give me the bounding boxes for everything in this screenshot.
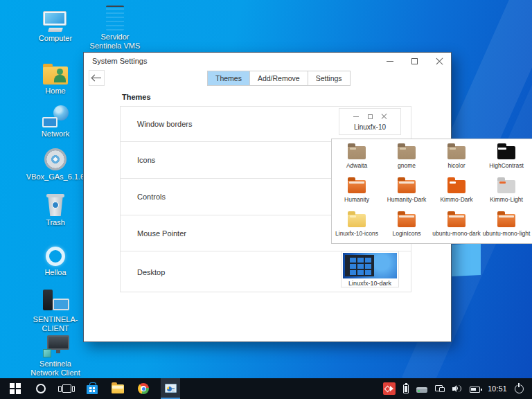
icon-theme-label: hicolor: [432, 162, 481, 169]
task-view-icon: [62, 384, 71, 393]
folder-theme-icon: [398, 180, 416, 193]
desktop-icon-sentinela-network-client[interactable]: Sentinela Network Client: [26, 331, 85, 378]
tab-add-remove[interactable]: Add/Remove: [250, 71, 308, 85]
file-explorer-icon: [112, 384, 124, 393]
taskbar-clock[interactable]: 10:51: [488, 384, 507, 393]
icon-theme-option[interactable]: gnome: [382, 141, 432, 175]
icon-theme-label: Humanity-Dark: [382, 196, 432, 203]
battery-icon[interactable]: [403, 384, 409, 393]
window-toolbar: Themes Add/Remove Settings: [84, 69, 451, 88]
start-icon: [10, 383, 21, 394]
home-folder-icon: [43, 66, 68, 85]
icon-theme-option[interactable]: Humanity: [332, 175, 382, 209]
taskbar: 10:51: [0, 378, 532, 399]
tab-bar: Themes Add/Remove Settings: [207, 71, 351, 86]
file-explorer-button[interactable]: [109, 379, 126, 398]
close-icon[interactable]: [436, 57, 443, 64]
icon-theme-option[interactable]: Kimmo-Dark: [432, 175, 481, 209]
window-title: System Settings: [92, 57, 387, 65]
system-tray: 10:51: [383, 382, 532, 395]
icon-theme-label: ubuntu-mono-dark: [432, 230, 481, 237]
row-label: Window borders: [137, 120, 192, 128]
workstation-icon: [42, 290, 69, 313]
row-label: Desktop: [137, 268, 165, 276]
desktop-theme-button[interactable]: Linuxfx-10-dark: [341, 251, 399, 287]
desktop-theme-value: Linuxfx-10-dark: [342, 280, 398, 287]
trash-bin-icon: [46, 194, 64, 216]
window-titlebar[interactable]: System Settings: [84, 53, 451, 69]
remote-app-icon[interactable]: [383, 382, 396, 395]
row-label: Mouse Pointer: [137, 229, 186, 238]
power-icon[interactable]: [515, 384, 524, 393]
icon-theme-label: Adwaita: [332, 162, 382, 169]
icon-theme-option[interactable]: ubuntu-mono-dark: [432, 209, 481, 242]
start-button[interactable]: [7, 379, 24, 398]
back-arrow-icon: [93, 78, 101, 79]
desktop-icon-network[interactable]: Network: [26, 101, 85, 139]
icon-theme-option[interactable]: LoginIcons: [382, 209, 432, 242]
folder-theme-icon: [497, 180, 515, 193]
minimize-icon[interactable]: [387, 61, 393, 62]
desktop-icon-home[interactable]: Home: [26, 58, 85, 96]
icon-theme-label: Kimmo-Light: [481, 196, 531, 203]
window-borders-theme-button[interactable]: Linuxfx-10: [339, 108, 401, 135]
icon-theme-option[interactable]: HighContrast: [481, 141, 531, 175]
folder-theme-icon: [398, 214, 416, 227]
maximize-icon[interactable]: [411, 58, 418, 64]
desktop-icon-label: Sentinela Network Client: [26, 360, 85, 378]
desktop-icon-trash[interactable]: Trash: [26, 190, 85, 227]
desktop-icon-helloa[interactable]: Helloa: [26, 240, 85, 277]
battery-indicator-icon[interactable]: [470, 387, 480, 393]
icon-theme-label: Linuxfx-10-icons: [332, 230, 382, 237]
system-settings-taskbar-button[interactable]: [161, 378, 180, 399]
desktop-icon-sentinela-client[interactable]: SENTINELA-CLIENT: [26, 287, 85, 333]
minimize-preview-icon: [353, 116, 359, 117]
computer-icon: [43, 11, 68, 32]
icon-theme-option[interactable]: hicolor: [432, 141, 481, 175]
search-ring-icon: [36, 384, 46, 393]
chrome-button[interactable]: [135, 379, 152, 398]
network-status-icon[interactable]: [435, 385, 445, 392]
icon-theme-option[interactable]: Humanity-Dark: [382, 175, 432, 209]
desktop-icon-vbox-gas[interactable]: VBox_GAs_6.1.6: [26, 144, 85, 181]
ring-icon: [46, 247, 65, 266]
icon-theme-option[interactable]: ubuntu-mono-light: [481, 209, 531, 242]
icon-theme-label: gnome: [382, 162, 432, 169]
folder-theme-icon: [447, 180, 466, 193]
icon-theme-label: ubuntu-mono-light: [481, 230, 531, 237]
icon-theme-option[interactable]: Adwaita: [332, 141, 382, 175]
desktop-icon-label: Home: [45, 87, 65, 96]
cd-disc-icon: [44, 148, 66, 170]
row-label: Controls: [137, 193, 166, 201]
volume-icon[interactable]: [452, 384, 462, 393]
maximize-preview-icon: [368, 114, 373, 119]
wallpaper-light-square: [452, 243, 481, 276]
tab-themes[interactable]: Themes: [208, 71, 250, 85]
icon-theme-label: Kimmo-Dark: [432, 196, 481, 203]
folder-theme-icon: [447, 146, 466, 159]
folder-theme-icon: [497, 146, 515, 159]
icon-theme-option[interactable]: Linuxfx-10-icons: [332, 209, 382, 242]
tab-settings[interactable]: Settings: [308, 71, 350, 85]
desktop-icon-label: Computer: [39, 34, 72, 43]
folder-theme-icon: [348, 146, 366, 159]
store-icon: [87, 385, 98, 394]
desktop-theme-thumbnail: [343, 253, 397, 278]
back-button[interactable]: [89, 70, 105, 86]
row-label: Icons: [137, 156, 155, 164]
search-button[interactable]: [33, 379, 49, 398]
desktop-icon-computer[interactable]: Computer: [26, 6, 85, 43]
folder-theme-icon: [398, 146, 416, 159]
chrome-icon: [138, 383, 149, 394]
folder-theme-icon: [447, 214, 466, 227]
network-globe-icon: [42, 105, 69, 127]
storage-device-icon[interactable]: [416, 387, 427, 393]
desktop-icon-label: Network: [42, 130, 69, 139]
task-view-button[interactable]: [58, 379, 75, 398]
desktop-icon-label: Servidor Sentinela VMS: [85, 33, 145, 51]
store-button[interactable]: [84, 379, 100, 398]
desktop-icon-servidor-sentinela-vms[interactable]: Servidor Sentinela VMS: [85, 4, 145, 51]
icon-theme-label: LoginIcons: [382, 230, 432, 237]
window-controls-preview: [339, 109, 400, 121]
icon-theme-option[interactable]: Kimmo-Light: [481, 175, 531, 209]
